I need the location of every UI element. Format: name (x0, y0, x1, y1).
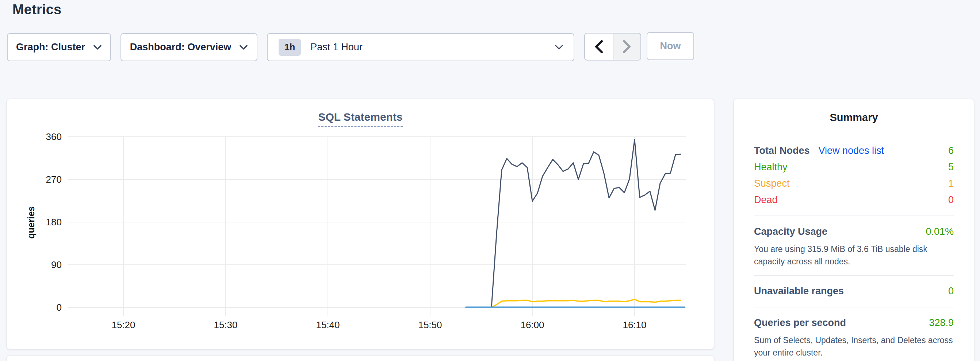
suspect-value: 1 (948, 176, 954, 192)
step-back-button[interactable] (585, 33, 612, 60)
healthy-label: Healthy (754, 159, 788, 176)
sql-statements-chart-card: 09018027036015:2015:3015:4015:5016:0016:… (7, 99, 714, 349)
series-dark-navy (492, 140, 681, 307)
next-chart-card (7, 356, 714, 361)
dashboard-dropdown-label: Dashboard: Overview (130, 41, 231, 53)
chevron-down-icon (93, 44, 102, 50)
chevron-down-icon (239, 44, 248, 50)
queries-per-second-description: Sum of Selects, Updates, Inserts, and De… (754, 334, 954, 359)
svg-text:180: 180 (46, 217, 62, 228)
queries-per-second-row: Queries per second 328.9 (754, 315, 954, 331)
chevron-left-icon (594, 40, 603, 54)
chart-title[interactable]: SQL Statements (318, 111, 402, 127)
svg-text:360: 360 (46, 131, 62, 142)
divider (754, 275, 954, 276)
svg-text:270: 270 (46, 174, 62, 185)
svg-text:15:20: 15:20 (111, 320, 135, 330)
svg-text:16:00: 16:00 (520, 320, 544, 330)
summary-panel: Summary Total Nodes View nodes list 6 He… (734, 99, 974, 361)
svg-text:90: 90 (51, 259, 62, 270)
series-yellow (492, 299, 681, 307)
now-button[interactable]: Now (647, 32, 694, 60)
capacity-usage-label: Capacity Usage (754, 223, 827, 240)
dead-nodes-row: Dead 0 (754, 192, 954, 208)
dead-label: Dead (754, 192, 778, 208)
step-forward-button[interactable] (612, 33, 640, 60)
suspect-label: Suspect (754, 176, 790, 192)
healthy-value: 5 (948, 159, 954, 176)
dashboard-dropdown[interactable]: Dashboard: Overview (121, 33, 258, 61)
queries-per-second-value: 328.9 (929, 315, 954, 331)
capacity-usage-value: 0.01% (926, 223, 954, 240)
unavailable-ranges-row: Unavailable ranges 0 (754, 283, 954, 299)
summary-heading: Summary (754, 112, 954, 124)
svg-text:0: 0 (57, 302, 62, 313)
svg-text:queries: queries (26, 206, 36, 239)
chevron-right-icon (622, 40, 632, 54)
time-range-badge: 1h (278, 39, 301, 56)
time-range-label: Past 1 Hour (310, 41, 363, 53)
view-nodes-list-link[interactable]: View nodes list (819, 142, 885, 159)
healthy-nodes-row: Healthy 5 (754, 159, 954, 176)
sql-statements-chart[interactable]: 09018027036015:2015:3015:4015:5016:0016:… (7, 99, 714, 340)
svg-text:15:40: 15:40 (316, 320, 340, 330)
queries-per-second-label: Queries per second (754, 315, 846, 331)
page-title: Metrics (13, 2, 61, 17)
graph-scope-dropdown[interactable]: Graph: Cluster (7, 33, 111, 61)
unavailable-ranges-label: Unavailable ranges (754, 283, 844, 299)
svg-text:15:30: 15:30 (213, 320, 237, 330)
time-range-dropdown[interactable]: 1h Past 1 Hour (267, 33, 574, 61)
suspect-nodes-row: Suspect 1 (754, 176, 954, 192)
total-nodes-value: 6 (948, 142, 954, 159)
graph-scope-dropdown-label: Graph: Cluster (16, 41, 85, 53)
unavailable-ranges-value: 0 (948, 283, 954, 299)
divider (754, 307, 954, 307)
capacity-usage-row: Capacity Usage 0.01% (754, 223, 954, 240)
time-step-buttons (584, 33, 641, 60)
dead-value: 0 (948, 192, 954, 208)
total-nodes-row: Total Nodes View nodes list 6 (754, 142, 954, 159)
divider (754, 215, 954, 216)
svg-text:16:10: 16:10 (622, 320, 646, 330)
chevron-down-icon (555, 44, 563, 50)
svg-text:15:50: 15:50 (418, 320, 442, 330)
capacity-usage-description: You are using 315.9 MiB of 3.6 TiB usabl… (754, 243, 954, 268)
total-nodes-label: Total Nodes (754, 142, 810, 159)
